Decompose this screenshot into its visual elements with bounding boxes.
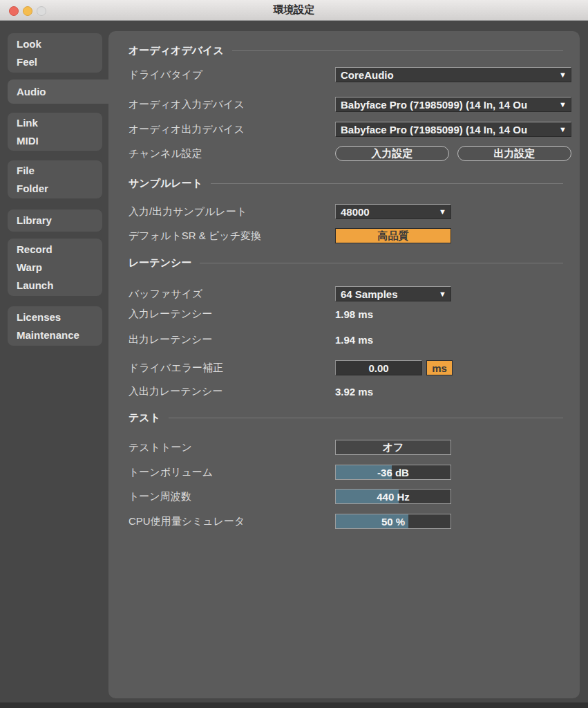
minimize-button-icon[interactable] xyxy=(23,6,32,16)
sidebar-tab-look-feel[interactable]: Look Feel xyxy=(8,33,102,73)
input-config-button[interactable]: 入力設定 xyxy=(335,146,449,161)
sidebar-tab-audio[interactable]: Audio xyxy=(8,80,109,104)
tab-label: Feel xyxy=(17,53,102,71)
titlebar: 環境設定 xyxy=(0,0,588,21)
tab-label: Link xyxy=(17,114,102,132)
row-default-sr-pitch: デフォルトSR & ピッチ変換 高品質 xyxy=(129,228,451,243)
sidebar-tab-file-folder[interactable]: File Folder xyxy=(8,160,102,198)
slider-value: 440 Hz xyxy=(336,490,451,503)
row-audio-output-device: オーディオ出力デバイス Babyface Pro (71985099) (14 … xyxy=(129,122,571,137)
slider-value: 50 % xyxy=(336,514,451,528)
chevron-down-icon: ▼ xyxy=(559,71,567,79)
high-quality-toggle[interactable]: 高品質 xyxy=(335,228,451,243)
row-output-latency: 出力レーテンシー 1.94 ms xyxy=(129,332,373,347)
test-tone-toggle-button[interactable]: オフ xyxy=(335,440,451,455)
field-label: CPU使用量シミュレータ xyxy=(129,515,335,528)
section-rule xyxy=(211,183,563,184)
chevron-down-icon: ▼ xyxy=(559,125,567,133)
tab-label: Licenses xyxy=(17,308,102,326)
sidebar-tab-link-midi[interactable]: Link MIDI xyxy=(8,113,102,151)
field-label: 入出力レーテンシー xyxy=(129,385,335,398)
field-label: デフォルトSR & ピッチ変換 xyxy=(129,230,335,243)
output-config-button[interactable]: 出力設定 xyxy=(457,146,571,161)
dropdown-value: 64 Samples xyxy=(341,288,398,300)
chevron-down-icon: ▼ xyxy=(439,290,446,298)
section-latency: レーテンシー xyxy=(129,256,563,270)
field-label: 入力/出力サンプルレート xyxy=(129,205,335,218)
section-sample-rate: サンプルレート xyxy=(129,176,563,190)
tone-volume-slider[interactable]: -36 dB xyxy=(335,465,451,480)
tab-label: Record xyxy=(17,241,102,259)
row-buffer-size: バッファサイズ 64 Samples ▼ xyxy=(129,286,451,301)
output-latency-value: 1.94 ms xyxy=(335,334,373,346)
row-overall-latency: 入出力レーテンシー 3.92 ms xyxy=(129,384,373,399)
field-label: 入力レーテンシー xyxy=(129,308,335,321)
section-rule xyxy=(169,418,563,418)
field-label: バッファサイズ xyxy=(129,288,335,301)
tab-label: MIDI xyxy=(17,132,102,150)
field-label: ドライバエラー補正 xyxy=(129,362,335,375)
window-title: 環境設定 xyxy=(274,3,315,17)
row-audio-input-device: オーディオ入力デバイス Babyface Pro (71985099) (14 … xyxy=(129,97,571,112)
ms-unit-badge: ms xyxy=(426,360,453,375)
field-label: トーンボリューム xyxy=(129,466,335,479)
section-rule xyxy=(232,50,563,51)
sidebar-tab-library[interactable]: Library xyxy=(8,209,102,232)
field-label: トーン周波数 xyxy=(129,490,335,503)
row-tone-frequency: トーン周波数 440 Hz xyxy=(129,489,451,504)
input-latency-value: 1.98 ms xyxy=(335,308,373,320)
field-label: テストトーン xyxy=(129,441,335,454)
section-title: サンプルレート xyxy=(129,177,202,190)
tab-label: Launch xyxy=(17,277,102,295)
dropdown-value: Babyface Pro (71985099) (14 In, 14 Ou xyxy=(341,99,527,111)
audio-settings-panel: オーディオデバイス ドライバタイプ CoreAudio ▼ オーディオ入力デバイ… xyxy=(108,31,580,698)
buffer-size-dropdown[interactable]: 64 Samples ▼ xyxy=(335,286,451,301)
section-rule xyxy=(200,263,563,263)
field-label: オーディオ出力デバイス xyxy=(129,123,335,136)
row-channel-config: チャンネル設定 入力設定 出力設定 xyxy=(129,146,571,161)
tab-label: Audio xyxy=(17,83,109,101)
cpu-usage-simulator-slider[interactable]: 50 % xyxy=(335,514,451,529)
tab-label: Library xyxy=(17,212,102,230)
row-driver-type: ドライバタイプ CoreAudio ▼ xyxy=(129,67,571,82)
section-title: レーテンシー xyxy=(129,257,191,270)
chevron-down-icon: ▼ xyxy=(559,100,567,109)
tab-label: Look xyxy=(17,35,102,53)
section-test: テスト xyxy=(129,411,563,425)
tab-label: Maintenance xyxy=(17,326,102,344)
audio-input-device-dropdown[interactable]: Babyface Pro (71985099) (14 In, 14 Ou ▼ xyxy=(335,97,571,112)
chevron-down-icon: ▼ xyxy=(439,207,446,216)
field-label: ドライバタイプ xyxy=(129,68,335,82)
dropdown-value: 48000 xyxy=(341,206,370,218)
row-test-tone: テストトーン オフ xyxy=(129,440,451,455)
driver-type-dropdown[interactable]: CoreAudio ▼ xyxy=(335,67,571,82)
sidebar-tab-licenses-maintenance[interactable]: Licenses Maintenance xyxy=(8,306,102,346)
tab-label: Folder xyxy=(17,180,102,198)
slider-value: -36 dB xyxy=(336,465,451,479)
section-audio-device: オーディオデバイス xyxy=(129,44,563,57)
section-title: テスト xyxy=(129,411,160,425)
close-button-icon[interactable] xyxy=(9,6,19,16)
sidebar-tab-record-warp-launch[interactable]: Record Warp Launch xyxy=(8,239,102,296)
tab-label: File xyxy=(17,162,102,180)
row-tone-volume: トーンボリューム -36 dB xyxy=(129,465,451,480)
tone-frequency-slider[interactable]: 440 Hz xyxy=(335,489,451,504)
zoom-button-icon xyxy=(37,6,46,16)
window-bottom-edge xyxy=(0,702,588,708)
row-cpu-usage-simulator: CPU使用量シミュレータ 50 % xyxy=(129,514,451,529)
row-sample-rate: 入力/出力サンプルレート 48000 ▼ xyxy=(129,204,451,219)
driver-error-compensation-input[interactable]: 0.00 xyxy=(335,360,422,375)
dropdown-value: Babyface Pro (71985099) (14 In, 14 Ou xyxy=(341,124,527,136)
field-label: チャンネル設定 xyxy=(129,147,335,160)
section-title: オーディオデバイス xyxy=(129,44,224,57)
field-label: オーディオ入力デバイス xyxy=(129,98,335,111)
tab-label: Warp xyxy=(17,259,102,277)
row-input-latency: 入力レーテンシー 1.98 ms xyxy=(129,306,373,322)
sample-rate-dropdown[interactable]: 48000 ▼ xyxy=(335,204,451,219)
overall-latency-value: 3.92 ms xyxy=(335,386,373,398)
audio-output-device-dropdown[interactable]: Babyface Pro (71985099) (14 In, 14 Ou ▼ xyxy=(335,122,571,137)
dropdown-value: CoreAudio xyxy=(341,69,394,81)
row-driver-error-compensation: ドライバエラー補正 0.00 ms xyxy=(129,360,453,375)
traffic-lights xyxy=(9,6,46,16)
preferences-window: 環境設定 Look Feel Audio Link MIDI File Fold… xyxy=(0,0,588,708)
